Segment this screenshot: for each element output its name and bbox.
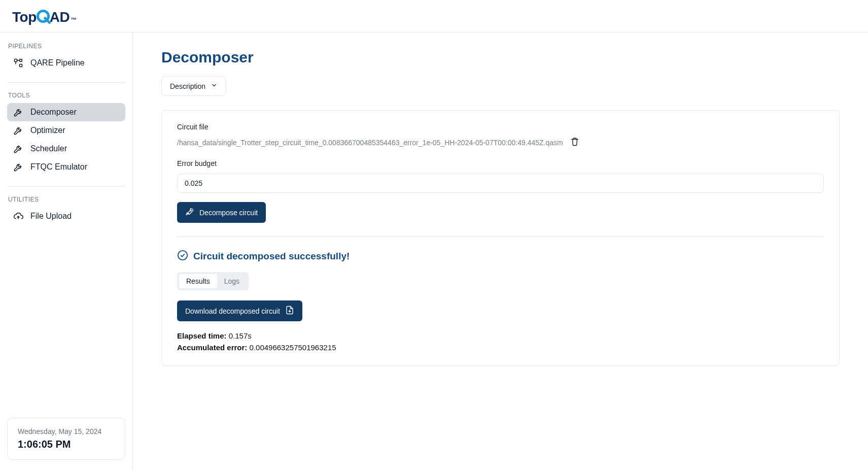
description-toggle[interactable]: Description bbox=[161, 76, 226, 96]
sidebar-item-ftqc-emulator[interactable]: FTQC Emulator bbox=[7, 158, 125, 176]
sidebar-item-qare-pipeline[interactable]: QARE Pipeline bbox=[7, 54, 125, 72]
wrench-icon bbox=[13, 162, 23, 172]
wrench-icon bbox=[13, 125, 23, 136]
sidebar-item-label: Decomposer bbox=[30, 108, 77, 117]
upload-cloud-icon bbox=[13, 211, 23, 221]
rocket-icon bbox=[185, 207, 194, 218]
circuit-file-path: /hansa_data/single_Trotter_step_circuit_… bbox=[177, 139, 563, 147]
pipeline-icon bbox=[13, 58, 23, 68]
svg-point-4 bbox=[20, 59, 22, 62]
sidebar: PIPELINES QARE Pipeline TOOLS Decomposer bbox=[0, 32, 133, 470]
clock-time: 1:06:05 PM bbox=[18, 439, 115, 450]
circuit-file-label: Circuit file bbox=[177, 123, 824, 131]
logo-suffix: AD bbox=[50, 9, 70, 25]
check-circle-icon bbox=[177, 250, 188, 263]
result-tabs: Results Logs bbox=[177, 272, 249, 290]
sidebar-item-label: Optimizer bbox=[30, 126, 65, 135]
sidebar-item-decomposer[interactable]: Decomposer bbox=[7, 103, 125, 121]
logo-tm: ™ bbox=[71, 16, 77, 23]
sidebar-section-pipelines: PIPELINES bbox=[8, 43, 125, 50]
sidebar-item-scheduler[interactable]: Scheduler bbox=[7, 140, 125, 158]
sidebar-section-tools: TOOLS bbox=[8, 92, 125, 99]
tab-results[interactable]: Results bbox=[179, 274, 217, 288]
page-title: Decomposer bbox=[161, 49, 840, 66]
decompose-circuit-button[interactable]: Decompose circuit bbox=[177, 202, 266, 223]
clock-date: Wednesday, May 15, 2024 bbox=[18, 427, 115, 435]
sidebar-item-label: Scheduler bbox=[30, 144, 67, 153]
download-decomposed-button[interactable]: Download decomposed circuit bbox=[177, 300, 302, 321]
error-budget-label: Error budget bbox=[177, 159, 824, 167]
logo-prefix: Top bbox=[12, 9, 37, 25]
svg-rect-3 bbox=[20, 64, 22, 67]
error-budget-input[interactable] bbox=[177, 174, 824, 193]
elapsed-time-value: 0.157s bbox=[229, 331, 252, 340]
sidebar-item-label: FTQC Emulator bbox=[30, 162, 87, 172]
svg-point-5 bbox=[190, 210, 191, 211]
wrench-icon bbox=[13, 107, 23, 117]
description-label: Description bbox=[170, 82, 205, 90]
decomposer-card: Circuit file /hansa_data/single_Trotter_… bbox=[161, 110, 840, 366]
sidebar-section-utilities: UTILITIES bbox=[8, 196, 125, 203]
card-divider bbox=[177, 236, 824, 237]
chevron-down-icon bbox=[211, 82, 218, 90]
sidebar-divider bbox=[7, 82, 125, 83]
trash-icon bbox=[570, 139, 579, 148]
accumulated-error-value: 0.0049663257501963215 bbox=[250, 343, 336, 352]
main-content: Decomposer Description Circuit file /han… bbox=[133, 32, 868, 470]
svg-point-6 bbox=[178, 251, 187, 260]
delete-file-button[interactable] bbox=[570, 137, 579, 148]
decompose-button-label: Decompose circuit bbox=[199, 209, 258, 217]
file-download-icon bbox=[285, 306, 294, 316]
circuit-file-row: /hansa_data/single_Trotter_step_circuit_… bbox=[177, 137, 824, 148]
accumulated-error-label: Accumulated error: bbox=[177, 343, 247, 352]
app-logo: Top AD ™ bbox=[12, 7, 77, 25]
svg-rect-2 bbox=[15, 59, 17, 62]
sidebar-item-optimizer[interactable]: Optimizer bbox=[7, 121, 125, 140]
result-stats: Elapsed time: 0.157s Accumulated error: … bbox=[177, 330, 824, 353]
wrench-icon bbox=[13, 144, 23, 154]
app-header: Top AD ™ bbox=[0, 0, 868, 32]
sidebar-divider bbox=[7, 186, 125, 187]
clock-card: Wednesday, May 15, 2024 1:06:05 PM bbox=[7, 418, 125, 460]
sidebar-item-label: File Upload bbox=[30, 212, 72, 221]
elapsed-time-label: Elapsed time: bbox=[177, 331, 227, 340]
success-banner: Circuit decomposed successfully! bbox=[177, 250, 824, 263]
tab-logs[interactable]: Logs bbox=[217, 274, 247, 288]
sidebar-item-file-upload[interactable]: File Upload bbox=[7, 207, 125, 225]
success-message: Circuit decomposed successfully! bbox=[193, 251, 350, 262]
download-button-label: Download decomposed circuit bbox=[185, 307, 280, 315]
logo-q-icon bbox=[36, 9, 51, 27]
sidebar-item-label: QARE Pipeline bbox=[30, 58, 85, 68]
